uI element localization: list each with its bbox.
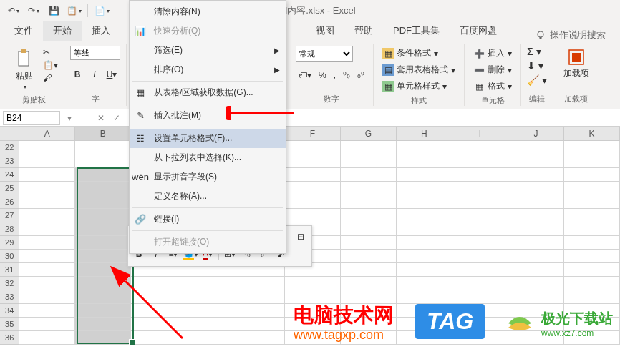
cell[interactable] bbox=[508, 263, 564, 277]
row-header[interactable]: 29 bbox=[0, 236, 19, 250]
cell[interactable] bbox=[341, 263, 397, 277]
cell[interactable] bbox=[452, 222, 508, 236]
insert-cells-button[interactable]: ➕插入 ▾ bbox=[470, 46, 515, 61]
cell[interactable] bbox=[397, 263, 452, 277]
cell[interactable] bbox=[452, 154, 508, 168]
cell[interactable] bbox=[508, 141, 564, 154]
cell[interactable] bbox=[19, 182, 75, 195]
cell[interactable] bbox=[397, 290, 452, 304]
row-header[interactable]: 22 bbox=[0, 141, 19, 154]
select-all-corner[interactable] bbox=[0, 127, 19, 140]
cell[interactable] bbox=[75, 168, 131, 182]
col-header[interactable]: K bbox=[564, 127, 620, 140]
row-header[interactable]: 32 bbox=[0, 277, 19, 290]
cell[interactable] bbox=[397, 141, 452, 154]
cell[interactable] bbox=[564, 277, 620, 290]
cell[interactable] bbox=[452, 195, 508, 209]
cell[interactable] bbox=[508, 209, 564, 222]
context-menu-item[interactable]: 定义名称(A)... bbox=[130, 187, 286, 206]
cell[interactable] bbox=[397, 222, 452, 236]
cell[interactable] bbox=[75, 182, 131, 195]
delete-cells-button[interactable]: ➖删除 ▾ bbox=[470, 62, 515, 77]
cell[interactable] bbox=[508, 154, 564, 168]
cell[interactable] bbox=[452, 236, 508, 250]
tab-help[interactable]: 帮助 bbox=[344, 20, 383, 41]
copy-button[interactable]: 📋▾ bbox=[43, 60, 58, 70]
row-header[interactable]: 23 bbox=[0, 154, 19, 168]
cell[interactable] bbox=[19, 250, 75, 263]
tab-home[interactable]: 开始 bbox=[43, 20, 82, 41]
percent-button[interactable]: % bbox=[316, 69, 329, 82]
cell[interactable] bbox=[397, 154, 452, 168]
conditional-format-button[interactable]: ▦条件格式 ▾ bbox=[379, 46, 458, 61]
cell[interactable] bbox=[564, 236, 620, 250]
cell[interactable] bbox=[19, 263, 75, 277]
cell[interactable] bbox=[19, 236, 75, 250]
cell[interactable] bbox=[508, 250, 564, 263]
accounting-format-button[interactable]: 🏷▾ bbox=[296, 69, 314, 82]
cell[interactable] bbox=[285, 195, 341, 209]
row-header[interactable]: 27 bbox=[0, 209, 19, 222]
cell[interactable] bbox=[508, 182, 564, 195]
paste-button[interactable]: 粘贴 ▾ bbox=[10, 46, 39, 93]
cell[interactable] bbox=[285, 168, 341, 182]
comma-button[interactable]: , bbox=[331, 69, 339, 82]
cell[interactable] bbox=[341, 236, 397, 250]
cell[interactable] bbox=[341, 154, 397, 168]
row-header[interactable]: 30 bbox=[0, 250, 19, 263]
cell[interactable] bbox=[341, 209, 397, 222]
mini-merge-button[interactable]: ⊟ bbox=[293, 229, 309, 245]
cell[interactable] bbox=[75, 209, 131, 222]
tab-insert[interactable]: 插入 bbox=[82, 20, 120, 41]
fill-button[interactable]: ⬇ ▾ bbox=[527, 60, 547, 72]
cell[interactable] bbox=[285, 154, 341, 168]
cell[interactable] bbox=[564, 141, 620, 154]
cell[interactable] bbox=[75, 236, 131, 250]
cell[interactable] bbox=[75, 195, 131, 209]
cell[interactable] bbox=[341, 222, 397, 236]
row-header[interactable]: 25 bbox=[0, 182, 19, 195]
cell[interactable] bbox=[508, 168, 564, 182]
cell[interactable] bbox=[19, 277, 75, 290]
cell[interactable] bbox=[75, 141, 131, 154]
cancel-formula-button[interactable]: ✕ bbox=[93, 110, 109, 126]
tell-me-search[interactable]: 操作说明搜索 bbox=[536, 29, 606, 41]
cell[interactable] bbox=[452, 290, 508, 304]
cell[interactable] bbox=[397, 168, 452, 182]
cell[interactable] bbox=[285, 277, 341, 290]
cell[interactable] bbox=[341, 168, 397, 182]
context-menu-item[interactable]: ▦从表格/区域获取数据(G)... bbox=[130, 83, 286, 102]
name-box[interactable] bbox=[3, 111, 60, 125]
cell[interactable] bbox=[19, 331, 75, 345]
cell[interactable] bbox=[19, 222, 75, 236]
tab-view[interactable]: 视图 bbox=[306, 20, 344, 41]
new-button[interactable]: 📄▾ bbox=[92, 1, 111, 20]
decrease-decimal-button[interactable]: ₀⁰ bbox=[354, 69, 367, 82]
cell[interactable] bbox=[452, 141, 508, 154]
increase-decimal-button[interactable]: ⁰₀ bbox=[340, 69, 353, 82]
cell[interactable] bbox=[564, 222, 620, 236]
cell[interactable] bbox=[19, 154, 75, 168]
cell[interactable] bbox=[397, 277, 452, 290]
cell[interactable] bbox=[341, 182, 397, 195]
cell[interactable] bbox=[508, 222, 564, 236]
cell[interactable] bbox=[397, 209, 452, 222]
context-menu-item[interactable]: 筛选(E)▶ bbox=[130, 41, 286, 60]
cell[interactable] bbox=[19, 318, 75, 331]
addin-button[interactable]: 加载项 bbox=[559, 46, 594, 82]
cell[interactable] bbox=[452, 263, 508, 277]
col-header[interactable]: H bbox=[397, 127, 452, 140]
cell[interactable] bbox=[285, 209, 341, 222]
cell[interactable] bbox=[452, 277, 508, 290]
tab-file[interactable]: 文件 bbox=[4, 20, 43, 41]
context-menu-item[interactable]: 🔗链接(I) bbox=[130, 210, 286, 229]
cell[interactable] bbox=[397, 195, 452, 209]
cell[interactable] bbox=[564, 168, 620, 182]
format-cells-button[interactable]: ▦格式 ▾ bbox=[470, 79, 515, 94]
cell[interactable] bbox=[19, 141, 75, 154]
cell[interactable] bbox=[341, 195, 397, 209]
context-menu-item[interactable]: 从下拉列表中选择(K)... bbox=[130, 148, 286, 167]
cell[interactable] bbox=[564, 250, 620, 263]
cell[interactable] bbox=[75, 222, 131, 236]
cell[interactable] bbox=[397, 250, 452, 263]
